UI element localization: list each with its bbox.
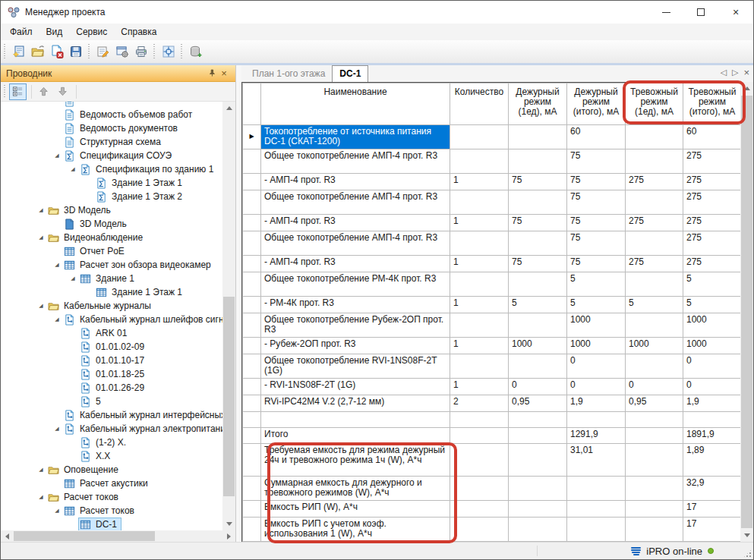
value-cell[interactable] (450, 428, 509, 444)
tree-item-кабельный-журнал-интерфейсных[interactable]: Кабельный журнал интерфейсных (1, 408, 222, 422)
value-cell[interactable]: 1000 (509, 338, 567, 354)
value-cell[interactable] (509, 412, 567, 428)
tree-item-ведомость-объемов-работ[interactable]: Ведомость объемов работ (1, 108, 222, 121)
row-selector-cell[interactable] (243, 428, 261, 444)
value-cell[interactable] (450, 444, 509, 477)
expander-icon[interactable]: ◢ (36, 467, 46, 473)
value-cell[interactable] (509, 518, 567, 542)
value-cell[interactable]: 0 (567, 354, 626, 379)
value-cell[interactable]: 275 (683, 215, 742, 231)
current-row-indicator[interactable]: ▶ (243, 125, 261, 149)
value-cell[interactable]: 75 (567, 231, 626, 256)
tab-dc-1[interactable]: DC-1 (332, 65, 368, 82)
expander-icon[interactable]: ◢ (36, 207, 46, 213)
value-cell[interactable]: 1000 (683, 338, 742, 354)
value-cell[interactable]: 5 (509, 297, 567, 313)
tree-item-dc-1[interactable]: DC-1 (1, 518, 222, 530)
value-cell[interactable]: 2 (450, 395, 509, 412)
tree-item-здание-1[interactable]: ◢Здание 1 (1, 272, 222, 285)
expander-icon[interactable]: ◢ (52, 316, 62, 322)
tree-item-01-01-02-09[interactable]: 01.01.02-09 (1, 340, 222, 354)
value-cell[interactable] (626, 501, 683, 518)
move-down-button[interactable] (54, 83, 71, 100)
tab-prev-icon[interactable]: ◁ (720, 68, 726, 77)
table-vertical-scrollbar[interactable] (740, 82, 753, 542)
tree-item--1-2-x-[interactable]: (1-2) X. (1, 436, 222, 449)
tree-layout-toggle-button[interactable] (9, 83, 27, 100)
value-cell[interactable]: 1 (450, 297, 509, 313)
menu-item-file[interactable]: Файл (3, 24, 39, 39)
maximize-button[interactable] (683, 1, 718, 24)
value-cell[interactable] (567, 518, 626, 542)
value-cell[interactable]: 75 (567, 215, 626, 231)
row-selector-cell[interactable] (243, 379, 261, 395)
tree-item-видеонаблюдение[interactable]: ◢Видеонаблюдение (1, 231, 222, 244)
value-cell[interactable]: 75 (567, 256, 626, 272)
name-cell[interactable]: Общее токопотребление Рубеж-2ОП прот. R3 (261, 313, 450, 338)
value-cell[interactable]: 1291,9 (567, 428, 626, 444)
name-cell[interactable]: Общее токопотребление АМП-4 прот. R3 (261, 231, 450, 256)
name-cell[interactable]: RVi-IPC42M4 V.2 (2,7-12 мм) (261, 395, 450, 412)
column-header[interactable]: Количество (450, 83, 509, 125)
table-scroll-thumb[interactable] (741, 96, 752, 528)
name-cell[interactable]: - АМП-4 прот. R3 (261, 215, 450, 231)
value-cell[interactable]: 75 (567, 190, 626, 215)
value-cell[interactable]: 275 (626, 174, 683, 190)
tree-item-расчет-токов[interactable]: ◢Расчет токов (1, 504, 222, 518)
minimize-button[interactable] (648, 1, 683, 24)
column-header[interactable]: Дежурный режим (итого), мА (567, 83, 626, 125)
menu-item-view[interactable]: Вид (39, 24, 70, 39)
value-cell[interactable]: 75 (567, 149, 626, 174)
value-cell[interactable] (567, 501, 626, 518)
name-cell[interactable]: - RVI-1NS08F-2T (1G) (261, 379, 450, 395)
value-cell[interactable]: 1891,9 (683, 428, 742, 444)
value-cell[interactable]: 275 (683, 256, 742, 272)
scroll-down-icon[interactable] (222, 518, 235, 530)
tree-scroll-thumb[interactable] (223, 297, 235, 496)
tree-item-01-01-26-29[interactable]: 01.01.26-29 (1, 381, 222, 395)
name-cell[interactable]: Общее токопотребление АМП-4 прот. R3 (261, 149, 450, 174)
name-cell[interactable]: Емкость РИП (W), А*ч (261, 501, 450, 518)
menu-item-help[interactable]: Справка (114, 24, 163, 39)
name-cell[interactable]: Суммарная емкость для дежурного и тревож… (261, 477, 450, 501)
tree-item-кабельные-журналы[interactable]: ◢Кабельные журналы (1, 299, 222, 313)
value-cell[interactable]: 275 (683, 190, 742, 215)
expander-icon[interactable]: ◢ (36, 303, 46, 309)
column-header[interactable]: Наименование (261, 83, 450, 125)
name-cell[interactable] (261, 412, 450, 428)
value-cell[interactable] (450, 272, 509, 297)
explorer-close-icon[interactable]: × (218, 68, 230, 79)
tree-item-здание-1-этаж-2[interactable]: Здание 1 Этаж 2 (1, 190, 222, 203)
tree-item-структурная-схема[interactable]: Структурная схема (1, 135, 222, 149)
name-cell[interactable]: Общее токопотребление РМ-4К прот. R3 (261, 272, 450, 297)
value-cell[interactable] (626, 149, 683, 174)
expander-icon[interactable]: ◢ (36, 494, 46, 500)
tree-item-ведомость-документов[interactable]: Ведомость документов (1, 121, 222, 135)
value-cell[interactable] (450, 354, 509, 379)
value-cell[interactable]: 275 (683, 149, 742, 174)
column-header[interactable]: Тревожный режим (итого), мА (683, 83, 742, 125)
row-selector-cell[interactable] (243, 444, 261, 477)
tree-item-здание-1-этаж-1[interactable]: Здание 1 Этаж 1 (1, 285, 222, 299)
crosshair-button[interactable] (159, 42, 178, 61)
value-cell[interactable]: 1000 (567, 313, 626, 338)
tree-item-кабельный-журнал-электропитани[interactable]: ◢Кабельный журнал электропитани (1, 422, 222, 436)
value-cell[interactable]: 1,9 (567, 395, 626, 412)
value-cell[interactable] (509, 477, 567, 501)
scroll-right-icon[interactable] (222, 530, 235, 543)
tree-item-01-01-10-17[interactable]: 01.01.10-17 (1, 354, 222, 367)
value-cell[interactable]: 275 (683, 174, 742, 190)
value-cell[interactable]: 1 (450, 256, 509, 272)
tree-item-ark-01[interactable]: ARK 01 (1, 326, 222, 340)
value-cell[interactable]: 75 (509, 174, 567, 190)
value-cell[interactable]: 1 (450, 379, 509, 395)
window-settings-button[interactable] (112, 42, 131, 61)
tree-item-3d-модель[interactable]: 3D Модель (1, 217, 222, 231)
value-cell[interactable]: 1 (450, 174, 509, 190)
tree-item-x-x[interactable]: X.X (1, 449, 222, 463)
tree-horizontal-scrollbar[interactable] (1, 530, 235, 542)
value-cell[interactable]: 0 (567, 379, 626, 395)
open-project-button[interactable] (28, 42, 47, 61)
column-header[interactable]: Дежурный режим (1ед), мА (509, 83, 567, 125)
value-cell[interactable] (450, 501, 509, 518)
